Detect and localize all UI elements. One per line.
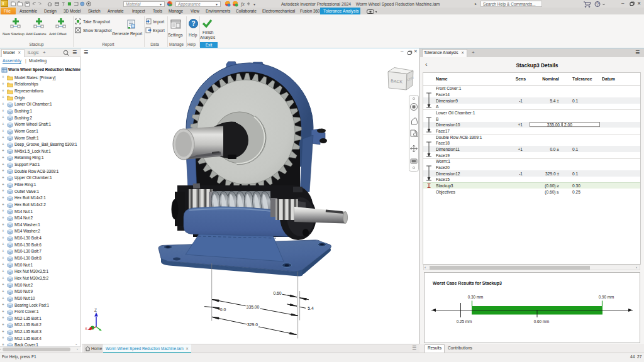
svg-text:Z: Z bbox=[94, 308, 97, 312]
svg-text:?: ? bbox=[192, 20, 196, 27]
svg-text:?: ? bbox=[596, 2, 599, 6]
svg-text:X: X bbox=[85, 327, 87, 331]
svg-text:fx: fx bbox=[241, 1, 245, 7]
